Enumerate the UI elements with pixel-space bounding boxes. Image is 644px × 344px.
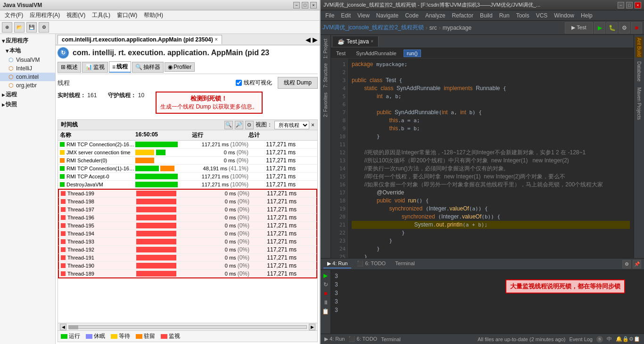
sidebar-item-com-intel[interactable]: ⬡ com.intel [0,73,55,81]
run-dump-btn[interactable]: 📋 [322,308,330,315]
menu-app[interactable]: 应用程序(A) [27,10,63,20]
toolbar-settings[interactable]: ⚙ [39,22,49,33]
run-start-btn[interactable]: ▶ [322,272,330,279]
timeline-row[interactable]: Thread-195 0 ms (0%) 117,271 ms [58,222,317,230]
visualize-checkbox[interactable] [236,80,242,86]
tab-nav-left[interactable]: ◀ [305,36,311,43]
view-select[interactable]: 所有线程 [274,121,309,129]
code-content[interactable]: package mypackage;public class Test { st… [348,59,634,258]
menu-window[interactable]: 窗口(W) [114,10,140,20]
toolbar-open[interactable]: 📂 [14,22,25,33]
subtab-sampler[interactable]: 🔍抽样器 [132,62,164,73]
run-btn[interactable]: ▶ [594,22,605,34]
bottom-tab-run[interactable]: ▶ 4: Run [323,260,351,268]
maven-tab[interactable]: Maven Projects [636,85,643,122]
sidebar-section-remote[interactable]: ▸远程 [0,90,55,100]
statusbar-run[interactable]: ▶ 4: Run [324,336,345,342]
subtab-profiler[interactable]: ◉Profiler [165,62,195,72]
timeline-row[interactable]: Thread-190 0 ms (0%) 117,271 ms [58,262,317,270]
menu-build[interactable]: Build [477,11,495,20]
timeline-row[interactable]: Thread-192 0 ms (0%) 117,271 ms [58,246,317,254]
breadcrumb-src[interactable]: src [429,25,437,31]
timeline-row[interactable]: Thread-198 0 ms (0%) 117,271 ms [58,198,317,206]
scroll-track[interactable] [68,325,307,329]
statusbar-todo[interactable]: ⬛ 6: TODO [348,336,377,342]
method-tab-synaddrunnable[interactable]: SynAddRunnable [353,50,400,57]
timeline-row[interactable]: RMI Scheduler(0) 0 ms (0%) 117,271 ms [58,157,317,165]
run-pause-btn[interactable]: ⏸ [322,299,330,306]
menu-window[interactable]: Window [551,11,577,20]
timeline-row[interactable]: Thread-193 0 ms (0%) 117,271 ms [58,238,317,246]
project-tab[interactable]: 1: Project [322,37,329,60]
timeline-row[interactable]: Thread-196 0 ms (0%) 117,271 ms [58,214,317,222]
sidebar-section-snapshot[interactable]: ▸快照 [0,100,55,109]
app-tab-close[interactable]: × [215,37,218,42]
menu-vcs[interactable]: VCS [533,11,551,20]
zoom-out-btn[interactable]: 🔎 [235,121,243,129]
file-tab-close[interactable]: × [371,39,373,44]
tab-nav-right[interactable]: ▶ [313,36,318,43]
sidebar-item-visualvm[interactable]: ⬡ VisualVM [0,56,55,64]
bottom-tab-test[interactable]: ⬛ 6: TODO [353,260,389,268]
zoom-in-btn[interactable]: 🔍 [224,121,233,129]
bottom-pin-btn[interactable]: 📌 [633,260,641,268]
statusbar-terminal[interactable]: Terminal [381,336,401,342]
menu-view[interactable]: 视图(V) [64,10,88,20]
menu-help[interactable]: 帮助(H) [141,10,166,20]
timeline-row[interactable]: Thread-191 0 ms (0%) 117,271 ms [58,254,317,262]
statusbar-eventlog[interactable]: Event Log [569,336,593,342]
subtab-overview[interactable]: ⊞概述 [58,62,81,73]
stop-btn[interactable]: ■ [631,22,642,34]
menu-navigate[interactable]: Navigate [373,11,401,20]
timeline-row[interactable]: Thread-189 0 ms (0%) 117,271 ms [58,270,317,278]
sidebar-section-apps[interactable]: ▾应用程序 [0,36,55,46]
file-tab-test[interactable]: ☕ Test.java × [333,36,379,47]
sidebar-item-intellij[interactable]: ⬡ IntelliJ [0,64,55,73]
timeline-row[interactable]: Thread-199 0 ms (0%) 117,271 ms [58,189,317,198]
ant-build-tab[interactable]: Ant Build [636,37,643,58]
menu-help-right[interactable]: Help [578,11,595,20]
database-tab[interactable]: Database [636,59,643,84]
sidebar-item-org-jetbr[interactable]: ⬡ org.jetbr [0,81,55,90]
timeline-row[interactable]: RMI TCP Accept-0 117,271 ms (100%) 117,2… [58,173,317,181]
sidebar-section-local[interactable]: ▾本地 [0,46,55,56]
timeline-row[interactable]: RMI TCP Connection(2)-169.2 117,271 ms (… [58,141,317,149]
method-tab-run[interactable]: run() [404,50,421,57]
timeline-close-btn[interactable]: × [311,122,314,128]
bottom-tab-terminal[interactable]: Terminal [391,260,419,268]
timeline-row[interactable]: RMI TCP Connection(1)-169.2 48,191 ms (4… [58,165,317,173]
toolbar-new[interactable]: ⊕ [2,22,12,33]
menu-code[interactable]: Code [402,11,421,20]
right-close-btn[interactable]: × [635,2,641,8]
menu-tools[interactable]: Tools [513,11,532,20]
scroll-thumb[interactable] [69,326,78,329]
menu-edit[interactable]: Edit [338,11,354,20]
run-rerun-btn[interactable]: ↻ [322,281,330,288]
run-stop-btn[interactable]: ■ [322,290,330,297]
timeline-row[interactable]: Thread-194 0 ms (0%) 117,271 ms [58,230,317,238]
menu-refactor[interactable]: Refactor [449,11,476,20]
run-config-btn[interactable]: ▶ Test [565,22,593,34]
close-btn[interactable]: × [310,2,317,8]
subtab-threads[interactable]: ≡线程 [109,61,131,73]
timeline-row[interactable]: Thread-197 0 ms (0%) 117,271 ms [58,206,317,214]
menu-analyze[interactable]: Analyze [422,11,448,20]
toolbar-save[interactable]: 💾 [26,22,37,33]
favorites-tab[interactable]: 2: Favorites [322,91,329,119]
timeline-row[interactable]: JMX server connection time 0 ms (0%) 117… [58,149,317,157]
debug-btn[interactable]: 🐛 [606,22,618,34]
scroll-right-btn[interactable]: ▶ [309,324,315,330]
coverage-btn[interactable]: ⚙ [619,22,630,34]
right-maximize-btn[interactable]: □ [626,2,633,8]
breadcrumb-pkg[interactable]: mypackage [443,25,471,31]
app-main-tab[interactable]: com.intellij.rt.execution.application.Ap… [58,35,222,44]
menu-file[interactable]: 文件(F) [2,10,26,20]
method-tab-test[interactable]: Test [333,50,349,57]
menu-view-right[interactable]: View [355,11,372,20]
maximize-btn[interactable]: □ [302,2,308,8]
structure-tab[interactable]: 7: Structure [322,61,329,90]
scroll-left-btn[interactable]: ◀ [60,324,66,330]
right-minimize-btn[interactable]: − [618,2,624,8]
minimize-btn[interactable]: − [293,2,300,8]
menu-run[interactable]: Run [496,11,512,20]
